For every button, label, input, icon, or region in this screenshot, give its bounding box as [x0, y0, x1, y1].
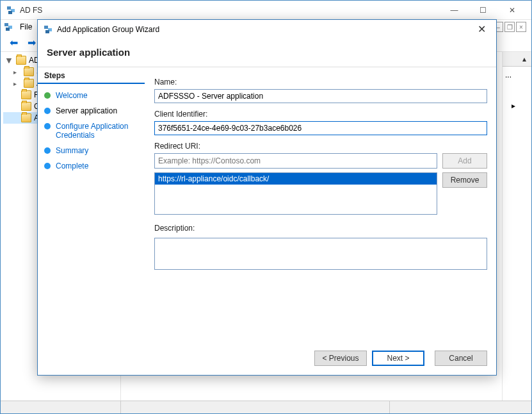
step-complete[interactable]: Complete [38, 158, 145, 174]
maximize-button[interactable]: ☐ [469, 1, 497, 19]
tree-caret-icon: ▸ [13, 80, 21, 87]
step-bullet-icon [44, 123, 51, 129]
step-configure-credentials[interactable]: Configure Application Credentials [38, 119, 145, 143]
actions-header: ▴ [503, 52, 531, 67]
description-label: Description: [154, 224, 487, 233]
remove-button[interactable]: Remove [442, 172, 487, 188]
actions-more[interactable]: ... [503, 67, 531, 83]
previous-button[interactable]: < Previous [314, 351, 367, 366]
adfs-menu-icon [3, 22, 13, 32]
step-bullet-done-icon [44, 92, 51, 99]
step-bullet-icon [44, 147, 51, 154]
collapse-caret-icon[interactable]: ▴ [522, 54, 526, 63]
client-id-label: Client Identifier: [154, 110, 487, 119]
main-window-title: AD FS [20, 6, 440, 15]
wizard-footer: < Previous Next > Cancel [38, 344, 496, 375]
menu-file[interactable]: File [16, 21, 36, 33]
folder-icon [16, 56, 26, 65]
actions-panel: ▴ ... ▸ [503, 52, 531, 412]
toolbar-btn-3[interactable]: × [516, 22, 526, 32]
next-button[interactable]: Next > [372, 351, 424, 366]
close-button[interactable]: ✕ [497, 1, 526, 19]
steps-header: Steps [38, 67, 145, 84]
step-label: Welcome [56, 91, 88, 100]
description-input[interactable] [154, 238, 487, 270]
tree-caret-icon: ⯆ [6, 57, 13, 64]
name-input[interactable] [154, 89, 487, 103]
svg-rect-0 [7, 6, 11, 10]
wizard-dialog: Add Application Group Wizard ✕ Server ap… [37, 19, 497, 376]
folder-icon [21, 102, 31, 111]
actions-expand-caret-icon[interactable]: ▸ [512, 101, 515, 110]
step-summary[interactable]: Summary [38, 143, 145, 158]
steps-panel: Steps Welcome Server application Configu… [38, 67, 145, 344]
folder-icon [21, 113, 31, 122]
svg-rect-3 [4, 23, 8, 26]
folder-icon [21, 90, 31, 99]
step-label: Complete [56, 161, 88, 170]
form-panel: Name: Client Identifier: Redirect URI: A… [145, 67, 496, 344]
step-welcome[interactable]: Welcome [38, 88, 145, 103]
svg-rect-6 [44, 26, 48, 29]
cancel-button[interactable]: Cancel [435, 351, 487, 366]
wizard-close-button[interactable]: ✕ [472, 21, 491, 38]
svg-rect-5 [6, 28, 10, 31]
step-label: Server application [56, 106, 117, 115]
minimize-button[interactable]: — [440, 1, 469, 19]
folder-icon [24, 79, 34, 88]
step-bullet-current-icon [44, 108, 51, 114]
status-bar [1, 401, 531, 413]
name-label: Name: [154, 78, 487, 87]
redirect-uri-input[interactable] [154, 153, 437, 169]
svg-rect-8 [45, 30, 49, 33]
wizard-page-title: Server application [38, 39, 496, 67]
step-bullet-icon [44, 163, 51, 169]
client-id-input[interactable] [154, 121, 487, 135]
step-label: Configure Application Credentials [56, 122, 138, 140]
redirect-uri-item[interactable]: https://rl-appliance/oidc/callback/ [155, 173, 437, 185]
step-label: Summary [56, 146, 88, 155]
wizard-titlebar: Add Application Group Wizard ✕ [38, 20, 496, 39]
main-titlebar: AD FS — ☐ ✕ [1, 1, 531, 20]
folder-icon [24, 67, 34, 76]
add-button[interactable]: Add [442, 153, 487, 169]
nav-back-icon[interactable]: ⬅ [6, 35, 21, 51]
adfs-app-icon [6, 5, 16, 15]
toolbar-btn-2[interactable]: ❐ [504, 22, 515, 32]
step-server-application[interactable]: Server application [38, 103, 145, 119]
svg-rect-2 [8, 11, 12, 14]
redirect-uri-label: Redirect URI: [154, 142, 487, 151]
tree-caret-icon: ▸ [13, 69, 21, 76]
redirect-uri-list[interactable]: https://rl-appliance/oidc/callback/ [154, 172, 437, 215]
wizard-app-icon [43, 24, 53, 35]
wizard-title: Add Application Group Wizard [57, 25, 472, 34]
